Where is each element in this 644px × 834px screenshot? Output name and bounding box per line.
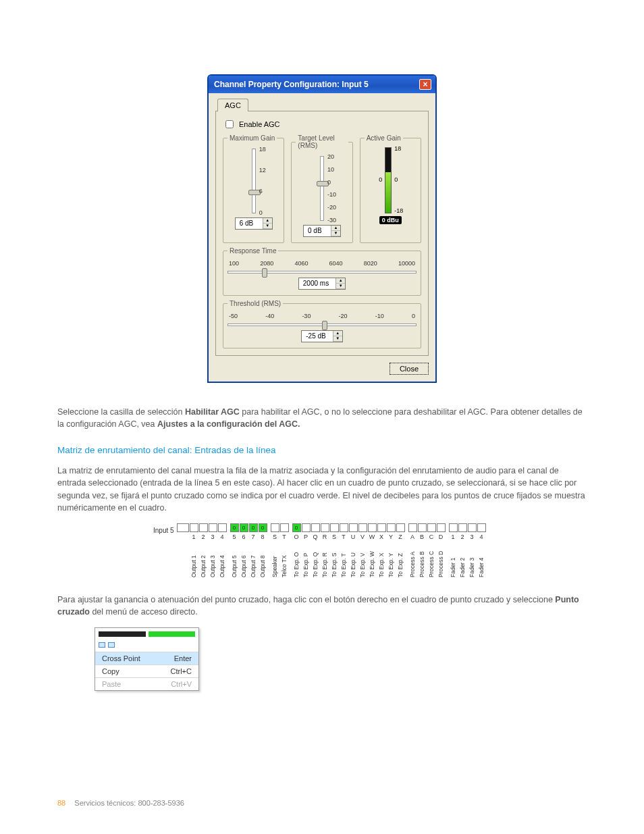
tab-agc[interactable]: AGC <box>217 99 248 111</box>
matrix-col-label: To Exp. W <box>369 542 375 577</box>
matrix-cell[interactable]: 0 <box>230 523 239 532</box>
matrix-col-label: Fader 2 <box>460 542 466 577</box>
matrix-cell[interactable] <box>396 523 405 532</box>
matrix-cell[interactable] <box>280 523 289 532</box>
matrix-cell[interactable]: 0 <box>259 523 267 532</box>
group-active-gain: Active Gain 0 18 0 -18 <box>360 134 421 243</box>
paragraph-crosspoint-adjust: Para ajustar la ganancia o atenuación de… <box>57 594 587 618</box>
matrix-col-label: Output 4 <box>219 542 225 577</box>
matrix-col-header: Y <box>389 533 393 540</box>
matrix-col-label: Process C <box>429 542 435 577</box>
matrix-cell[interactable] <box>302 523 311 532</box>
matrix-col-header: 3 <box>471 533 474 540</box>
agc-dialog: Channel Property Configuration: Input 5 … <box>207 74 437 383</box>
group-response-time: Response Time 100 2080 4060 6040 8020 10… <box>223 247 421 296</box>
threshold-slider[interactable] <box>227 323 417 326</box>
matrix-cell[interactable] <box>437 523 446 532</box>
page-footer: 88 Servicios técnicos: 800-283-5936 <box>57 799 184 807</box>
menu-item-cross-point[interactable]: Cross Point Enter <box>95 652 198 664</box>
spinner-up-icon[interactable]: ▲ <box>263 218 272 224</box>
matrix-col-label: To Exp. Y <box>388 542 394 577</box>
matrix-cell[interactable] <box>340 523 348 532</box>
target-level-slider[interactable]: 20 10 0 -10 -20 -30 <box>320 156 324 221</box>
spinner-up-icon[interactable]: ▲ <box>331 226 340 231</box>
group-maximum-gain: Maximum Gain 18 12 6 0 <box>223 134 284 243</box>
matrix-cell[interactable]: 0 <box>292 523 301 532</box>
matrix-cell[interactable] <box>408 523 417 532</box>
matrix-col-label: Output 5 <box>232 542 238 577</box>
page-number: 88 <box>57 799 65 807</box>
matrix-cell[interactable] <box>311 523 320 532</box>
matrix-col-header: S <box>273 533 277 540</box>
matrix-col-header: 1 <box>452 533 455 540</box>
matrix-cell[interactable] <box>330 523 339 532</box>
menu-item-copy[interactable]: Copy Ctrl+C <box>95 664 198 677</box>
matrix-col-label: To Exp. S <box>331 542 338 577</box>
matrix-cell[interactable] <box>358 523 367 532</box>
matrix-col-label: To Exp. T <box>341 542 347 577</box>
matrix-col-header: A <box>410 533 414 540</box>
spinner-down-icon[interactable]: ▼ <box>333 336 342 342</box>
spinner-down-icon[interactable]: ▼ <box>331 231 340 236</box>
response-time-spinner[interactable]: 2000 ms ▲▼ <box>298 278 346 290</box>
matrix-cell[interactable] <box>387 523 396 532</box>
matrix-col-label: Output 2 <box>200 542 207 577</box>
matrix-col-header: 4 <box>480 533 483 540</box>
matrix-col-label: To Exp. Z <box>398 542 404 577</box>
matrix-col-header: T <box>342 533 346 540</box>
matrix-cell[interactable] <box>458 523 467 532</box>
matrix-cell[interactable] <box>468 523 477 532</box>
max-gain-spinner[interactable]: 6 dB ▲▼ <box>235 217 273 230</box>
matrix-cell[interactable] <box>377 523 386 532</box>
threshold-spinner[interactable]: -25 dB ▲▼ <box>301 330 342 342</box>
matrix-cell[interactable] <box>477 523 486 532</box>
matrix-cell[interactable] <box>368 523 377 532</box>
dialog-title: Channel Property Configuration: Input 5 <box>214 80 369 89</box>
matrix-cell[interactable]: 0 <box>240 523 248 532</box>
response-time-slider[interactable] <box>227 271 417 273</box>
menu-item-paste[interactable]: Paste Ctrl+V <box>95 677 198 690</box>
spinner-up-icon[interactable]: ▲ <box>333 331 342 336</box>
matrix-cell[interactable] <box>418 523 427 532</box>
matrix-col-header: 2 <box>461 533 464 540</box>
legend-maximum-gain: Maximum Gain <box>227 134 277 142</box>
matrix-col-header: O <box>294 533 299 540</box>
active-gain-value: 0 dBu <box>379 216 402 224</box>
matrix-cell[interactable] <box>271 523 279 532</box>
matrix-cell[interactable] <box>349 523 358 532</box>
matrix-col-label: To Exp. O <box>294 542 300 577</box>
matrix-cell[interactable] <box>190 523 198 532</box>
matrix-cell[interactable] <box>199 523 208 532</box>
matrix-cell[interactable]: 0 <box>249 523 258 532</box>
dialog-titlebar[interactable]: Channel Property Configuration: Input 5 … <box>209 76 435 93</box>
spinner-down-icon[interactable]: ▼ <box>336 284 345 289</box>
spinner-down-icon[interactable]: ▼ <box>263 224 272 229</box>
active-gain-meter <box>385 147 392 213</box>
matrix-col-header: X <box>379 533 383 540</box>
matrix-col-header: T <box>282 533 286 540</box>
close-icon[interactable]: × <box>419 79 431 90</box>
max-gain-slider[interactable]: 18 12 6 0 <box>252 149 256 213</box>
matrix-col-header: 1 <box>192 533 196 540</box>
target-level-spinner[interactable]: 0 dB ▲▼ <box>303 225 341 237</box>
matrix-col-label: Output 6 <box>241 542 247 577</box>
matrix-col-header: U <box>351 533 356 540</box>
spinner-up-icon[interactable]: ▲ <box>336 278 345 284</box>
matrix-col-label: Process D <box>438 542 444 577</box>
matrix-col-header: R <box>323 533 327 540</box>
matrix-col-label: Process A <box>410 542 416 577</box>
enable-agc-checkbox[interactable]: Enable AGC <box>223 118 280 130</box>
section-heading-matrix: Matriz de enrutamiento del canal: Entrad… <box>57 445 587 455</box>
matrix-col-header: Q <box>313 533 318 540</box>
matrix-col-header: S <box>332 533 336 540</box>
matrix-cell[interactable] <box>209 523 217 532</box>
dialog-close-button[interactable]: Close <box>390 363 429 375</box>
matrix-col-label: Output 1 <box>191 542 197 577</box>
matrix-col-label: Fader 4 <box>479 542 485 577</box>
matrix-cell[interactable] <box>427 523 436 532</box>
matrix-cell[interactable] <box>449 523 458 532</box>
enable-agc-input[interactable] <box>225 120 234 128</box>
matrix-cell[interactable] <box>321 523 329 532</box>
matrix-col-header: 8 <box>261 533 265 540</box>
matrix-cell[interactable] <box>218 523 227 532</box>
